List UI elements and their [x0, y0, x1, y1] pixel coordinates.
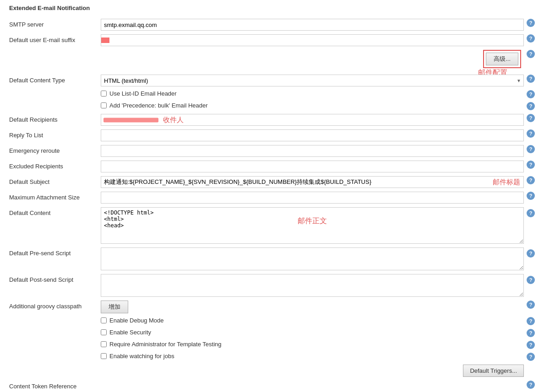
add-precedence-label: Add 'Precedence: bulk' Email Header — [109, 102, 208, 109]
content-type-help-icon[interactable]: ? — [527, 75, 535, 83]
content-type-select[interactable]: HTML (text/html) Plain Text — [101, 75, 524, 86]
enable-security-checkbox[interactable] — [101, 329, 107, 335]
default-content-help-icon[interactable]: ? — [527, 209, 535, 217]
add-groovy-button[interactable]: 增加 — [101, 301, 128, 313]
reply-to-list-label: Reply To List — [9, 129, 101, 139]
smtp-server-help-icon[interactable]: ? — [527, 19, 535, 27]
postsend-script-label: Default Post-send Script — [9, 274, 101, 283]
enable-watching-row: Enable watching for jobs ? — [9, 353, 535, 361]
default-content-row: Default Content <!DOCTYPE html> <html> <… — [9, 207, 535, 244]
emergency-reroute-help-icon[interactable]: ? — [527, 145, 535, 153]
enable-debug-row: Enable Debug Mode ? — [9, 317, 535, 325]
enable-debug-help-icon[interactable]: ? — [527, 317, 535, 325]
postsend-script-textarea[interactable] — [101, 274, 524, 297]
section-title: Extended E-mail Notification — [9, 5, 535, 13]
enable-security-label: Enable Security — [109, 329, 151, 336]
groovy-classpath-label: Additional groovy classpath — [9, 301, 101, 310]
require-admin-row: Require Administrator for Template Testi… — [9, 341, 535, 349]
use-list-id-label: Use List-ID Email Header — [109, 90, 177, 97]
use-list-id-checkbox[interactable] — [101, 91, 107, 97]
default-subject-control: 邮件标题 — [101, 176, 524, 188]
reply-to-list-help-icon[interactable]: ? — [527, 129, 535, 138]
enable-watching-checkbox[interactable] — [101, 353, 107, 359]
page-wrapper: Extended E-mail Notification SMTP server… — [0, 0, 544, 392]
max-attachment-row: Maximum Attachment Size ? — [9, 192, 535, 204]
presend-script-textarea[interactable] — [101, 247, 524, 270]
postsend-script-help-icon[interactable]: ? — [527, 276, 535, 284]
default-subject-help-icon[interactable]: ? — [527, 176, 535, 184]
smtp-server-input[interactable] — [101, 19, 524, 31]
enable-security-row: Enable Security ? — [9, 329, 535, 337]
use-list-id-row: Use List-ID Email Header ? — [9, 90, 535, 98]
email-suffix-row: Default user E-mail suffix ? — [9, 34, 535, 46]
smtp-server-row: SMTP server ? — [9, 19, 535, 31]
content-type-label: Default Content Type — [9, 75, 101, 84]
max-attachment-label: Maximum Attachment Size — [9, 192, 101, 201]
reply-to-list-row: Reply To List ? — [9, 129, 535, 141]
default-recipients-input[interactable] — [101, 114, 524, 126]
require-admin-control: Require Administrator for Template Testi… — [101, 341, 524, 348]
reply-to-list-input[interactable] — [101, 129, 524, 141]
default-subject-row: Default Subject 邮件标题 ? — [9, 176, 535, 188]
content-type-control: HTML (text/html) Plain Text ▼ — [101, 75, 524, 86]
use-list-id-help-icon[interactable]: ? — [527, 90, 535, 98]
excluded-recipients-input[interactable] — [101, 161, 524, 172]
enable-debug-control: Enable Debug Mode — [101, 317, 524, 324]
content-token-help-icon[interactable]: ? — [527, 381, 535, 389]
presend-script-label: Default Pre-send Script — [9, 247, 101, 257]
add-precedence-row: Add 'Precedence: bulk' Email Header ? — [9, 102, 535, 110]
emergency-reroute-row: Emergency reroute ? — [9, 145, 535, 157]
add-precedence-help-icon[interactable]: ? — [527, 102, 535, 110]
advanced-button[interactable]: 高级... — [486, 53, 518, 65]
max-attachment-help-icon[interactable]: ? — [527, 192, 535, 200]
enable-security-help-icon[interactable]: ? — [527, 329, 535, 337]
content-token-row: Content Token Reference ? — [9, 381, 535, 390]
default-content-textarea[interactable]: <!DOCTYPE html> <html> <head> — [101, 207, 524, 244]
enable-debug-label: Enable Debug Mode — [109, 317, 164, 324]
excluded-recipients-control — [101, 161, 524, 172]
emergency-reroute-label: Emergency reroute — [9, 145, 101, 154]
default-triggers-button[interactable]: Default Triggers... — [463, 365, 524, 377]
content-token-label: Content Token Reference — [9, 381, 101, 390]
smtp-server-label: SMTP server — [9, 19, 101, 28]
require-admin-label: Require Administrator for Template Testi… — [109, 341, 221, 348]
default-subject-input[interactable] — [101, 176, 524, 188]
email-suffix-help-icon[interactable]: ? — [527, 34, 535, 43]
content-type-select-wrap: HTML (text/html) Plain Text ▼ — [101, 75, 524, 86]
enable-debug-checkbox[interactable] — [101, 317, 107, 323]
email-suffix-label: Default user E-mail suffix — [9, 34, 101, 43]
email-suffix-control — [101, 34, 524, 46]
presend-script-control — [101, 247, 524, 270]
max-attachment-control — [101, 192, 524, 204]
default-recipients-help-icon[interactable]: ? — [527, 114, 535, 122]
default-recipients-control: 收件人 — [101, 114, 524, 126]
default-recipients-row: Default Recipients 收件人 ? — [9, 114, 535, 126]
use-list-id-control: Use List-ID Email Header — [101, 90, 524, 97]
email-suffix-input[interactable] — [101, 34, 524, 46]
excluded-recipients-row: Excluded Recipients ? — [9, 161, 535, 172]
default-content-label: Default Content — [9, 207, 101, 216]
excluded-recipients-help-icon[interactable]: ? — [527, 161, 535, 169]
groovy-classpath-row: Additional groovy classpath 增加 ? — [9, 301, 535, 313]
max-attachment-input[interactable] — [101, 192, 524, 204]
enable-watching-label: Enable watching for jobs — [109, 353, 174, 360]
smtp-server-control — [101, 19, 524, 31]
default-triggers-row: Default Triggers... ? — [9, 365, 535, 377]
require-admin-checkbox[interactable] — [101, 341, 107, 347]
advanced-help-icon[interactable]: ? — [527, 50, 535, 58]
emergency-reroute-input[interactable] — [101, 145, 524, 157]
add-precedence-checkbox[interactable] — [101, 102, 107, 108]
add-precedence-control: Add 'Precedence: bulk' Email Header — [101, 102, 524, 109]
presend-script-help-icon[interactable]: ? — [527, 249, 535, 258]
default-recipients-label: Default Recipients — [9, 114, 101, 123]
groovy-classpath-help-icon[interactable]: ? — [527, 301, 535, 309]
reply-to-list-control — [101, 129, 524, 141]
enable-security-control: Enable Security — [101, 329, 524, 336]
postsend-script-row: Default Post-send Script ? — [9, 274, 535, 297]
excluded-recipients-label: Excluded Recipients — [9, 161, 101, 170]
require-admin-help-icon[interactable]: ? — [527, 341, 535, 349]
default-content-control: <!DOCTYPE html> <html> <head> 邮件正文 — [101, 207, 524, 244]
presend-script-row: Default Pre-send Script ? — [9, 247, 535, 270]
enable-watching-help-icon[interactable]: ? — [527, 353, 535, 361]
content-type-row: Default Content Type HTML (text/html) Pl… — [9, 75, 535, 86]
